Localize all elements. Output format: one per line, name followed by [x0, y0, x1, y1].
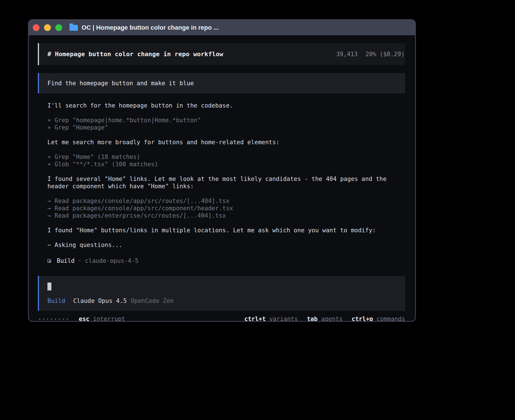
input-mode-label[interactable]: Build [47, 297, 65, 305]
transcript-line: I found several "Home" links. Let me loo… [47, 175, 405, 190]
zoom-button[interactable] [55, 24, 62, 31]
terminal-content: # Homepage button color change in repo w… [29, 35, 415, 322]
transcript-line: I'll search for the homepage button in t… [47, 102, 405, 109]
transcript-line [47, 219, 405, 227]
transcript-line [47, 234, 405, 241]
user-message-text: Find the homepage button and make it blu… [47, 80, 194, 87]
transcript-line [47, 168, 405, 175]
transcript-line: → Read packages/console/app/src/componen… [47, 205, 405, 212]
session-header: # Homepage button color change in repo w… [38, 43, 405, 65]
session-cost: ($0.29) [379, 51, 405, 58]
terminal-window: OC | Homepage button color change in rep… [28, 19, 416, 322]
transcript-line [47, 109, 405, 117]
transcript-line [47, 190, 405, 197]
session-title: # Homepage button color change in repo w… [47, 51, 223, 58]
agent-name: Build [57, 257, 75, 264]
token-count: 39,413 [336, 51, 358, 58]
transcript-line: ∗ Grep "homepage|home.*button|Home.*butt… [47, 117, 405, 124]
close-button[interactable] [33, 24, 40, 31]
input-provider-label: OpenCode Zen [131, 297, 174, 305]
context-percent: 20% [366, 51, 376, 58]
transcript-line [47, 131, 405, 139]
shortcut-hints: ctrl+t variants tab agents ctrl+p comman… [244, 315, 405, 322]
agent-separator: · [78, 257, 82, 264]
transcript-line: → Read packages/enterprise/src/routes/[.… [47, 212, 405, 219]
text-cursor [47, 283, 51, 290]
window-title: OC | Homepage button color change in rep… [82, 24, 219, 31]
transcript-line: → Read packages/console/app/src/routes/[… [47, 197, 405, 205]
agent-model: claude-opus-4-5 [85, 257, 139, 264]
transcript-line: ∗ Grep "Homepage" [47, 124, 405, 131]
esc-label: interrupt [90, 316, 125, 322]
window-titlebar[interactable]: OC | Homepage button color change in rep… [29, 20, 415, 35]
transcript-line [47, 146, 405, 153]
shortcut-hint: ctrl+t variants [244, 315, 298, 322]
transcript-line: ∗ Glob "**/*.tsx" (100 matches) [47, 161, 405, 168]
user-message: Find the homepage button and make it blu… [38, 73, 405, 93]
input-model-label: Claude Opus 4.5 [73, 297, 127, 305]
prompt-input[interactable]: Build Claude Opus 4.5 OpenCode Zen [38, 276, 405, 311]
folder-icon [69, 25, 78, 31]
session-stats: 39,41320%($0.29) [336, 51, 405, 58]
shortcut-hint: ctrl+p commands [352, 315, 405, 322]
transcript-line: I found "Home" buttons/links in multiple… [47, 227, 405, 234]
assistant-transcript: I'll search for the homepage button in t… [38, 102, 405, 249]
transcript-line: ~ Asking questions... [47, 241, 405, 249]
agent-icon [47, 259, 51, 263]
esc-key: esc [79, 316, 90, 322]
esc-hint: esc interrupt [79, 315, 125, 322]
status-bar: esc interrupt ctrl+t variants tab agents… [38, 315, 405, 322]
minimize-button[interactable] [44, 24, 51, 31]
spinner-dots [38, 318, 68, 320]
agent-status-row: Build · claude-opus-4-5 [38, 257, 405, 264]
input-meta: Build Claude Opus 4.5 OpenCode Zen [47, 297, 405, 305]
transcript-line: ∗ Grep "Home" (18 matches) [47, 153, 405, 161]
transcript-line: Let me search more broadly for buttons a… [47, 139, 405, 146]
shortcut-hint: tab agents [307, 315, 342, 322]
